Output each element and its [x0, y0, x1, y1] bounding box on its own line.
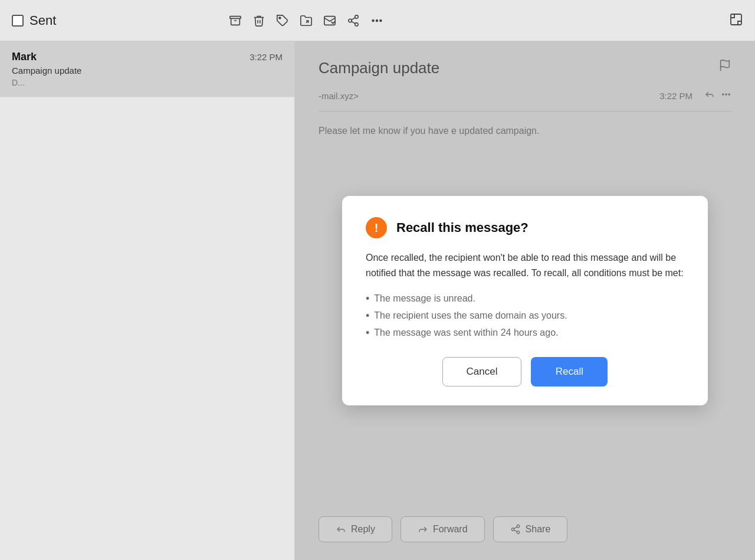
svg-point-1 — [279, 17, 281, 19]
email-list-item[interactable]: Mark 3:22 PM Campaign update D... — [0, 41, 294, 97]
select-all-checkbox[interactable] — [12, 15, 24, 27]
toolbar-icons — [229, 14, 383, 27]
dialog-conditions: The message is unread. The recipient use… — [366, 293, 684, 339]
dialog-buttons: Cancel Recall — [366, 357, 684, 387]
email-item-header: Mark 3:22 PM — [12, 51, 283, 63]
move-icon[interactable] — [300, 14, 313, 27]
svg-rect-0 — [230, 16, 241, 18]
email-subject: Campaign update — [12, 66, 283, 76]
warning-icon: ! — [366, 217, 387, 238]
dialog-body: Once recalled, the recipient won't be ab… — [366, 250, 684, 280]
toolbar: Sent — [0, 0, 755, 41]
svg-point-3 — [355, 15, 359, 18]
more-icon[interactable] — [370, 14, 383, 27]
folder-title: Sent — [29, 13, 56, 28]
dialog-title: Recall this message? — [396, 220, 528, 235]
condition-item: The message was sent within 24 hours ago… — [366, 327, 684, 339]
email-preview: D... — [12, 78, 283, 87]
toolbar-left: Sent — [12, 13, 56, 28]
svg-rect-11 — [731, 14, 741, 25]
svg-point-9 — [376, 19, 378, 21]
mark-read-icon[interactable] — [323, 14, 336, 27]
svg-point-5 — [355, 22, 359, 25]
archive-icon[interactable] — [229, 14, 242, 27]
svg-point-4 — [349, 19, 352, 22]
dialog-header: ! Recall this message? — [366, 217, 684, 238]
trash-icon[interactable] — [252, 14, 265, 27]
email-list: Mark 3:22 PM Campaign update D... — [0, 41, 295, 560]
svg-point-8 — [372, 19, 374, 21]
share-icon[interactable] — [347, 14, 360, 27]
condition-item: The message is unread. — [366, 293, 684, 305]
svg-line-7 — [352, 17, 355, 19]
main-layout: Mark 3:22 PM Campaign update D... Campai… — [0, 41, 755, 560]
toolbar-right — [729, 12, 743, 29]
recall-dialog: ! Recall this message? Once recalled, th… — [342, 196, 708, 405]
email-time: 3:22 PM — [250, 52, 283, 62]
label-icon[interactable] — [276, 14, 289, 27]
condition-item: The recipient uses the same domain as yo… — [366, 310, 684, 322]
email-detail: Campaign update -mail.xyz> 3:22 PM Pleas… — [295, 41, 755, 560]
svg-point-10 — [380, 19, 382, 21]
expand-icon[interactable] — [729, 12, 743, 29]
email-sender: Mark — [12, 51, 37, 63]
cancel-button[interactable]: Cancel — [442, 357, 522, 387]
recall-button[interactable]: Recall — [531, 357, 608, 387]
svg-line-6 — [352, 21, 355, 24]
modal-overlay: ! Recall this message? Once recalled, th… — [295, 41, 755, 560]
